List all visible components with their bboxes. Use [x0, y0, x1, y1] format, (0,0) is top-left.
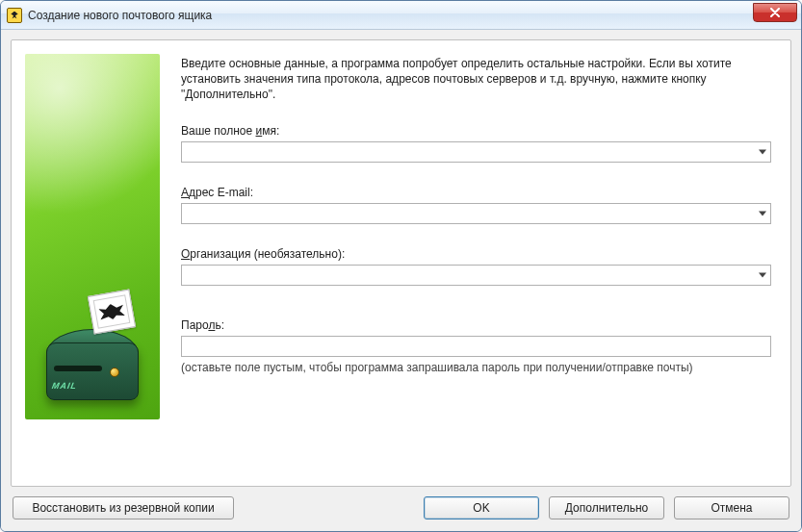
full-name-label: Ваше полное имя: [181, 124, 771, 138]
email-input[interactable] [181, 203, 771, 224]
chevron-down-icon [759, 211, 766, 215]
org-input[interactable] [181, 265, 771, 286]
client-area: MAIL Введите основные данные, а программ… [1, 30, 801, 531]
window-title: Создание нового почтового ящика [28, 9, 212, 22]
wizard-sidebar-image: MAIL [25, 54, 160, 419]
mailbox-text: MAIL [51, 381, 78, 391]
mailbox-illustration-body [46, 342, 139, 400]
ok-button[interactable]: OK [424, 496, 539, 519]
password-label: Пароль: [181, 318, 771, 332]
stamp-icon [88, 289, 136, 334]
cancel-button[interactable]: Отмена [674, 496, 789, 519]
mailbox-slot [54, 366, 102, 371]
chevron-down-icon [759, 149, 766, 154]
main-panel: MAIL Введите основные данные, а программ… [11, 39, 791, 487]
chevron-down-icon [759, 272, 766, 277]
bat-icon [98, 302, 125, 321]
full-name-input[interactable] [181, 141, 771, 163]
restore-button[interactable]: Восстановить из резервной копии [13, 496, 234, 519]
password-hint: (оставьте поле пустым, чтобы программа з… [181, 361, 771, 374]
form-area: Введите основные данные, а программа поп… [181, 54, 771, 472]
dialog-window: Создание нового почтового ящика MAIL Вве… [0, 0, 802, 532]
email-label: Адрес E-mail: [181, 186, 771, 199]
close-icon [770, 8, 780, 17]
mailbox-knob [110, 367, 119, 377]
close-button[interactable] [753, 3, 797, 22]
org-label: Организация (необязательно): [181, 247, 771, 261]
titlebar[interactable]: Создание нового почтового ящика [1, 1, 801, 30]
password-input[interactable] [181, 336, 771, 357]
button-row: Восстановить из резервной копии OK Допол… [11, 487, 791, 521]
intro-text: Введите основные данные, а программа поп… [181, 56, 771, 103]
advanced-button[interactable]: Дополнительно [549, 496, 664, 519]
app-icon [7, 8, 22, 23]
